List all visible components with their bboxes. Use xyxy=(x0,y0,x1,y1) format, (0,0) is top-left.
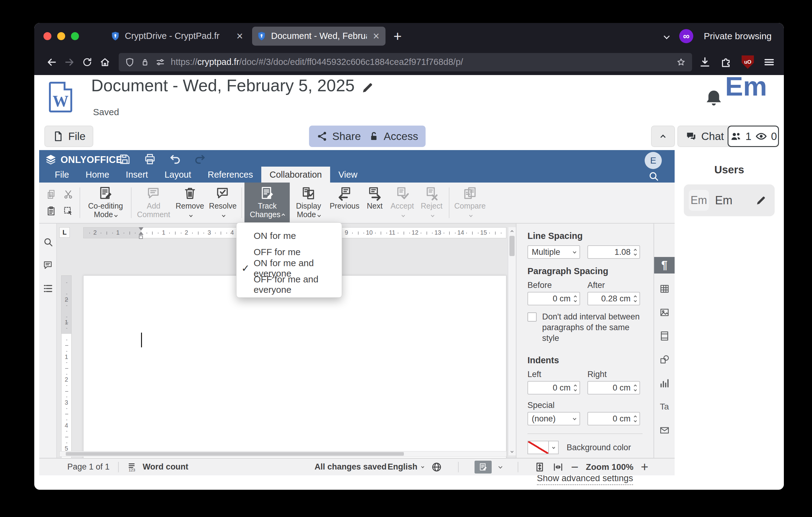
hanging-indent-marker[interactable] xyxy=(139,232,144,235)
ribbon-display-mode-button[interactable]: DisplayMode xyxy=(290,183,327,223)
participants-indicator[interactable]: 1 0 xyxy=(728,126,779,147)
tab-close-icon[interactable]: × xyxy=(371,31,381,42)
share-button[interactable]: Share xyxy=(309,126,368,147)
ublock-icon[interactable]: uO xyxy=(742,55,754,69)
vertical-scrollbar-thumb[interactable] xyxy=(510,236,515,256)
interval-checkbox[interactable] xyxy=(527,312,536,322)
mailmerge-settings-icon[interactable] xyxy=(654,422,675,439)
horizontal-scrollbar-thumb[interactable] xyxy=(66,452,404,456)
spinner-icon[interactable] xyxy=(634,416,636,422)
zoom-in-button[interactable]: + xyxy=(641,461,648,473)
textart-settings-icon[interactable]: Ta xyxy=(654,399,675,415)
extensions-icon[interactable] xyxy=(720,56,732,68)
select-all-icon[interactable] xyxy=(61,204,75,218)
headerfooter-settings-icon[interactable] xyxy=(654,328,675,344)
editor-tab-collaboration[interactable]: Collaboration xyxy=(261,167,330,183)
file-menu-button[interactable]: File xyxy=(45,126,93,147)
spinner-icon[interactable] xyxy=(574,296,576,302)
spacing-before-input[interactable]: 0 cm xyxy=(527,292,580,305)
first-line-indent-marker[interactable] xyxy=(139,227,144,230)
special-value-input[interactable]: 0 cm xyxy=(587,412,640,426)
indent-right-input[interactable]: 0 cm xyxy=(587,381,640,394)
word-count-button[interactable]: Word count xyxy=(143,462,188,472)
permissions-icon[interactable] xyxy=(155,57,165,67)
indent-left-input[interactable]: 0 cm xyxy=(527,381,580,394)
left-indent-marker[interactable] xyxy=(139,236,143,239)
close-window-button[interactable] xyxy=(44,32,51,40)
url-bar[interactable]: https://cryptpad.fr/doc/#/3/doc/edit/ff0… xyxy=(119,53,692,71)
spinner-icon[interactable] xyxy=(634,249,636,255)
ribbon-next-button[interactable]: Next xyxy=(362,183,388,223)
ribbon-co-editing-mode-button[interactable]: Co-editingMode xyxy=(83,183,128,223)
rename-pencil-icon[interactable] xyxy=(361,79,374,92)
spellcheck-globe-icon[interactable] xyxy=(431,462,442,472)
table-settings-icon[interactable] xyxy=(654,280,675,297)
fit-page-icon[interactable] xyxy=(534,462,545,472)
document-page[interactable] xyxy=(83,275,506,458)
spinner-icon[interactable] xyxy=(634,385,636,391)
line-spacing-value[interactable]: 1.08 xyxy=(587,245,640,259)
home-button[interactable] xyxy=(96,53,114,71)
editor-tab-references[interactable]: References xyxy=(200,167,261,183)
editor-avatar[interactable]: E xyxy=(645,152,662,169)
edit-name-pencil-icon[interactable] xyxy=(755,194,767,206)
editor-search-icon[interactable] xyxy=(648,170,659,182)
editor-tab-layout[interactable]: Layout xyxy=(156,167,200,183)
fit-width-icon[interactable] xyxy=(553,462,563,472)
chart-settings-icon[interactable] xyxy=(654,375,675,391)
tracking-protection-shield-icon[interactable] xyxy=(125,57,135,67)
paste-icon[interactable] xyxy=(44,204,58,218)
editor-tab-insert[interactable]: Insert xyxy=(117,167,156,183)
horizontal-scrollbar[interactable] xyxy=(59,451,507,457)
cut-icon[interactable] xyxy=(61,187,75,201)
print-icon[interactable] xyxy=(143,153,157,166)
tab-stop-selector[interactable]: L xyxy=(59,227,70,238)
navigation-icon[interactable] xyxy=(42,283,54,294)
redo-icon[interactable] xyxy=(193,153,207,166)
tab-cryptdrive[interactable]: CryptDrive - CryptPad.fr × xyxy=(110,31,245,42)
https-lock-icon[interactable] xyxy=(140,57,150,67)
spinner-icon[interactable] xyxy=(634,296,636,302)
background-color-swatch[interactable] xyxy=(527,441,549,454)
background-color-dropdown[interactable] xyxy=(549,441,559,454)
track-changes-option[interactable]: OFF for me and everyone xyxy=(236,276,342,293)
spinner-icon[interactable] xyxy=(574,385,576,391)
language-selector[interactable]: English xyxy=(388,462,424,472)
track-changes-option[interactable]: ON for me xyxy=(236,227,342,244)
menu-hamburger-icon[interactable] xyxy=(763,56,775,68)
editor-tab-view[interactable]: View xyxy=(330,167,366,183)
fullscreen-window-button[interactable] xyxy=(71,32,79,40)
tabs-list-chevron-icon[interactable] xyxy=(664,33,670,39)
undo-icon[interactable] xyxy=(168,153,182,166)
page-indicator[interactable]: Page 1 of 1 xyxy=(67,462,110,472)
notifications-bell-icon[interactable] xyxy=(703,88,725,109)
collapse-toolbar-button[interactable] xyxy=(651,126,675,147)
track-changes-toggle[interactable] xyxy=(474,461,492,473)
image-settings-icon[interactable] xyxy=(654,304,675,321)
paragraph-settings-icon[interactable]: ¶ xyxy=(654,257,675,273)
comments-icon[interactable] xyxy=(42,260,54,271)
ribbon-track-changes-button[interactable]: TrackChanges xyxy=(244,183,290,223)
tab-close-icon[interactable]: × xyxy=(235,31,245,42)
bookmark-star-icon[interactable] xyxy=(676,57,686,67)
ribbon-previous-button[interactable]: Previous xyxy=(327,183,361,223)
spacing-after-input[interactable]: 0.28 cm xyxy=(587,292,640,305)
account-name[interactable]: Em xyxy=(725,71,767,102)
chat-button[interactable]: Chat xyxy=(677,126,732,147)
ribbon-remove-button[interactable]: Remove xyxy=(173,183,206,223)
special-select[interactable]: (none) xyxy=(527,412,580,426)
save-icon[interactable] xyxy=(118,153,132,166)
reload-button[interactable] xyxy=(78,53,96,71)
tab-document[interactable]: Document - Wed, February 5, 2025 × xyxy=(252,27,385,46)
downloads-icon[interactable] xyxy=(699,56,711,68)
vertical-scrollbar[interactable] xyxy=(508,227,516,456)
new-tab-button[interactable]: + xyxy=(394,28,402,45)
zoom-out-button[interactable]: − xyxy=(571,461,579,473)
search-icon[interactable] xyxy=(42,237,54,247)
vertical-ruler[interactable]: 21123456 xyxy=(61,275,71,458)
track-toggle-chevron-icon[interactable] xyxy=(498,465,502,469)
back-button[interactable] xyxy=(43,53,61,71)
forward-button[interactable] xyxy=(61,53,78,71)
minimize-window-button[interactable] xyxy=(57,32,65,40)
shape-settings-icon[interactable] xyxy=(654,351,675,368)
